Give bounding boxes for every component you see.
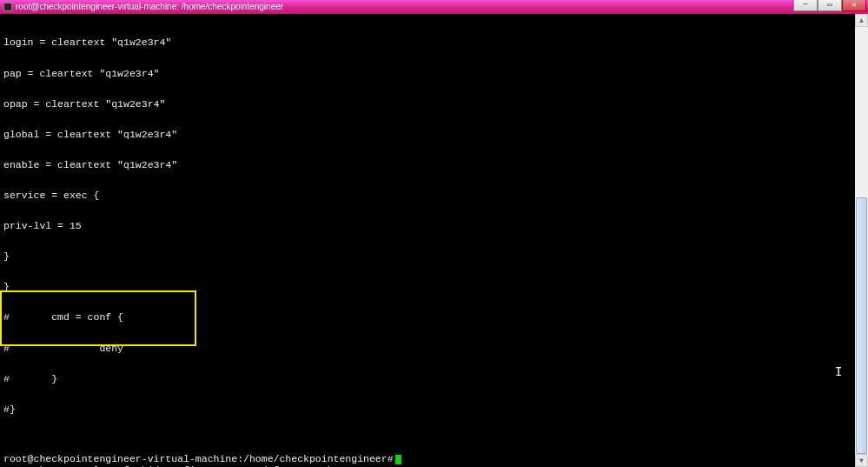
window-title: root@checkpointengineer-virtual-machine:… bbox=[16, 0, 865, 14]
close-button[interactable]: ✕ bbox=[842, 0, 866, 11]
terminal-line: login = cleartext "q1w2e3r4" bbox=[3, 37, 865, 48]
maximize-button[interactable]: ▭ bbox=[818, 0, 842, 11]
scrollbar-track[interactable] bbox=[855, 27, 868, 454]
terminal-line: priv-lvl = 15 bbox=[3, 221, 865, 231]
terminal-prompt-line[interactable]: root@checkpointengineer-virtual-machine:… bbox=[3, 453, 401, 464]
scroll-up-button[interactable]: ▲ bbox=[855, 14, 868, 27]
terminal-line: opap = cleartext "q1w2e3r4" bbox=[3, 99, 865, 110]
terminal-line: # cmd = conf { bbox=[3, 312, 865, 323]
terminal-cursor bbox=[395, 455, 401, 464]
terminal-line bbox=[3, 435, 865, 445]
terminal-line: # } bbox=[3, 374, 865, 384]
terminal-line: } bbox=[3, 251, 865, 262]
window-controls: ─ ▭ ✕ bbox=[793, 0, 866, 11]
terminal-line: pap = cleartext "q1w2e3r4" bbox=[3, 69, 865, 79]
vertical-scrollbar[interactable]: ▲ ▼ bbox=[855, 14, 868, 467]
window-titlebar: root@checkpointengineer-virtual-machine:… bbox=[0, 0, 868, 14]
terminal-line: #} bbox=[3, 404, 865, 415]
app-icon bbox=[3, 3, 12, 11]
terminal-prompt: root@checkpointengineer-virtual-machine:… bbox=[3, 453, 394, 464]
terminal-line: global = cleartext "q1w2e3r4" bbox=[3, 130, 865, 140]
minimize-button[interactable]: ─ bbox=[793, 0, 818, 11]
terminal-line: enable = cleartext "q1w2e3r4" bbox=[3, 160, 865, 170]
terminal-line: # deny bbox=[3, 344, 865, 354]
terminal-line: service = exec { bbox=[3, 190, 865, 201]
terminal-output[interactable]: login = cleartext "q1w2e3r4" pap = clear… bbox=[0, 14, 868, 467]
terminal-line: } bbox=[3, 282, 865, 292]
scrollbar-thumb[interactable] bbox=[856, 197, 867, 454]
scroll-down-button[interactable]: ▼ bbox=[855, 454, 868, 467]
